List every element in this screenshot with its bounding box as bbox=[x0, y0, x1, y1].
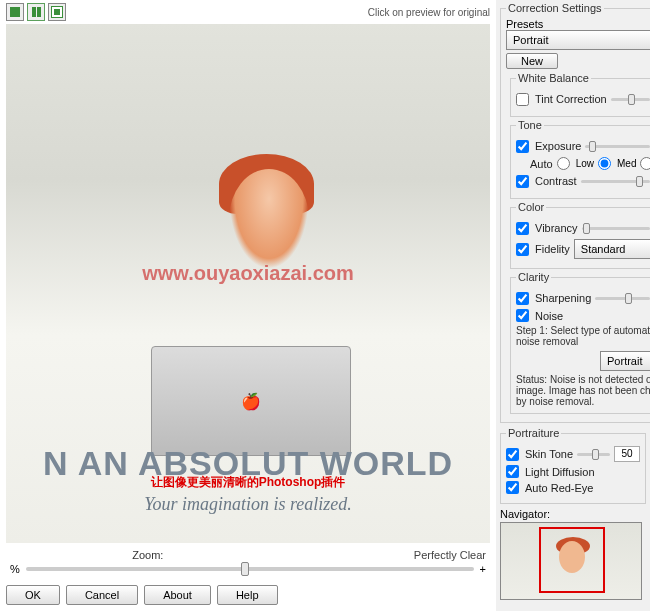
apple-logo-icon: 🍎 bbox=[241, 391, 261, 410]
view-toolbar: Click on preview for original bbox=[0, 0, 496, 24]
auto-red-eye-checkbox[interactable] bbox=[506, 481, 519, 494]
skin-tone-slider[interactable] bbox=[577, 453, 610, 456]
noise-label: Noise bbox=[535, 310, 563, 322]
clarity-title: Clarity bbox=[516, 271, 551, 283]
auto-med-radio[interactable] bbox=[598, 157, 611, 170]
tone-title: Tone bbox=[516, 119, 544, 131]
contrast-slider[interactable] bbox=[581, 180, 650, 183]
view-full-button[interactable] bbox=[48, 3, 66, 21]
vibrancy-slider[interactable] bbox=[582, 227, 650, 230]
noise-status-text: Status: Noise is not detected on this im… bbox=[516, 374, 650, 407]
cancel-button[interactable]: Cancel bbox=[66, 585, 138, 605]
view-single-button[interactable] bbox=[6, 3, 24, 21]
auto-high-radio[interactable] bbox=[640, 157, 650, 170]
correction-settings-group: Correction Settings Presets Portrait New… bbox=[500, 2, 650, 423]
zoom-label: Zoom: bbox=[132, 549, 163, 561]
white-balance-group: White Balance Tint Correction 50 bbox=[510, 72, 650, 117]
light-diffusion-label: Light Diffusion bbox=[525, 466, 595, 478]
light-diffusion-checkbox[interactable] bbox=[506, 465, 519, 478]
zoom-max: + bbox=[480, 563, 486, 575]
clarity-group: Clarity Sharpening 60 Noise Step 1: Sele… bbox=[510, 271, 650, 414]
sharpening-checkbox[interactable] bbox=[516, 292, 529, 305]
tint-correction-checkbox[interactable] bbox=[516, 93, 529, 106]
noise-checkbox[interactable] bbox=[516, 309, 529, 322]
fidelity-checkbox[interactable] bbox=[516, 243, 529, 256]
presets-select[interactable]: Portrait bbox=[506, 30, 650, 50]
auto-med-label: Med bbox=[617, 158, 636, 169]
help-button[interactable]: Help bbox=[217, 585, 278, 605]
zoom-slider[interactable] bbox=[26, 567, 474, 571]
auto-red-eye-label: Auto Red-Eye bbox=[525, 482, 593, 494]
zoom-min: % bbox=[10, 563, 20, 575]
preview-hint: Click on preview for original bbox=[368, 7, 490, 18]
white-balance-title: White Balance bbox=[516, 72, 591, 84]
contrast-checkbox[interactable] bbox=[516, 175, 529, 188]
view-split-button[interactable] bbox=[27, 3, 45, 21]
tint-slider[interactable] bbox=[611, 98, 650, 101]
navigator-thumbnail[interactable] bbox=[500, 522, 642, 600]
noise-step-text: Step 1: Select type of automatic noise r… bbox=[516, 325, 650, 347]
fidelity-select[interactable]: Standard bbox=[574, 239, 650, 259]
skin-tone-label: Skin Tone bbox=[525, 448, 573, 460]
sharpening-slider[interactable] bbox=[595, 297, 650, 300]
preview-area[interactable]: 🍎 www.ouyaoxiazai.com N AN ABSOLUT WORLD… bbox=[6, 24, 490, 543]
noise-type-select[interactable]: Portrait bbox=[600, 351, 650, 371]
watermark-text: www.ouyaoxiazai.com bbox=[142, 262, 354, 285]
brand-label: Perfectly Clear bbox=[414, 549, 486, 561]
color-group: Color Vibrancy 1 Fidelity Standard bbox=[510, 201, 650, 269]
exposure-label: Exposure bbox=[535, 140, 581, 152]
sharpening-label: Sharpening bbox=[535, 292, 591, 304]
contrast-label: Contrast bbox=[535, 175, 577, 187]
exposure-checkbox[interactable] bbox=[516, 140, 529, 153]
auto-label: Auto bbox=[530, 158, 553, 170]
auto-low-radio[interactable] bbox=[557, 157, 570, 170]
color-title: Color bbox=[516, 201, 546, 213]
new-preset-button[interactable]: New bbox=[506, 53, 558, 69]
presets-label: Presets bbox=[506, 18, 543, 30]
navigator-label: Navigator: bbox=[500, 508, 646, 520]
exposure-slider[interactable] bbox=[585, 145, 650, 148]
correction-settings-title: Correction Settings bbox=[506, 2, 604, 14]
portraiture-title: Portraiture bbox=[506, 427, 561, 439]
tint-correction-label: Tint Correction bbox=[535, 93, 607, 105]
vibrancy-label: Vibrancy bbox=[535, 222, 578, 234]
auto-low-label: Low bbox=[576, 158, 594, 169]
portraiture-group: Portraiture Skin Tone 50 Light Diffusion… bbox=[500, 427, 646, 504]
vibrancy-checkbox[interactable] bbox=[516, 222, 529, 235]
ok-button[interactable]: OK bbox=[6, 585, 60, 605]
image-caption-red: 让图像更美丽清晰的Photoshop插件 bbox=[151, 474, 346, 491]
tone-group: Tone Exposure 0 Auto Low Med High Contra… bbox=[510, 119, 650, 199]
skin-tone-value[interactable]: 50 bbox=[614, 446, 640, 462]
skin-tone-checkbox[interactable] bbox=[506, 448, 519, 461]
fidelity-label: Fidelity bbox=[535, 243, 570, 255]
navigator-viewport-rect[interactable] bbox=[539, 527, 605, 593]
about-button[interactable]: About bbox=[144, 585, 211, 605]
image-subline: Your imagination is realized. bbox=[6, 494, 490, 515]
